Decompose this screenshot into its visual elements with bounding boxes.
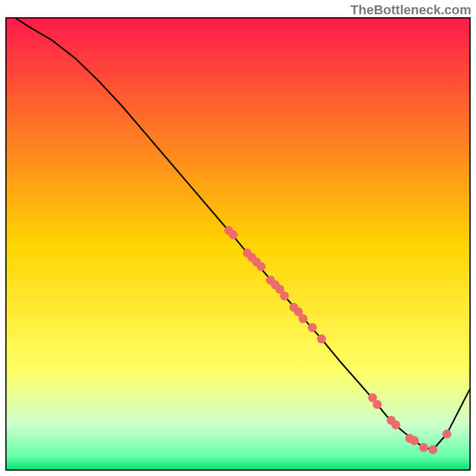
data-point [229,230,238,239]
data-point [317,334,326,343]
data-point [443,430,452,439]
data-point [410,436,419,445]
data-point [280,292,289,300]
chart-container: TheBottleneck.com [0,0,476,476]
data-point [419,443,428,452]
data-point [308,323,317,332]
data-point [299,314,308,323]
watermark-text: TheBottleneck.com [350,2,471,18]
data-point [373,400,382,409]
data-point [257,262,266,271]
bottleneck-chart [0,0,476,476]
data-point [428,445,437,454]
plot-background [6,18,470,470]
data-point [392,421,400,430]
